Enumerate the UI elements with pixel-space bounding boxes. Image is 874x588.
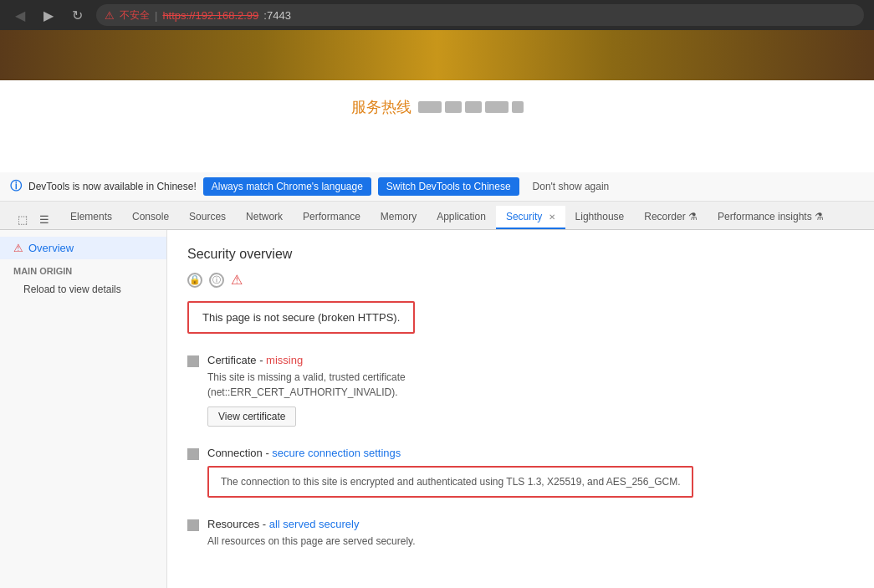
- tab-recorder[interactable]: Recorder ⚗: [634, 206, 708, 229]
- security-overview-title: Security overview: [187, 247, 854, 262]
- overview-warning-icon: ⚠: [13, 242, 23, 254]
- tab-console[interactable]: Console: [122, 206, 179, 229]
- resources-body: Resources - all served securely All reso…: [207, 518, 854, 555]
- insecure-icon: ⚠: [105, 9, 115, 22]
- connection-row: Connection - secure connection settings …: [187, 447, 854, 498]
- devtools-main: ⚠ Overview Main origin Reload to view de…: [0, 230, 874, 588]
- devtools-notify-bar: ⓘ DevTools is now available in Chinese! …: [0, 172, 874, 202]
- tab-memory[interactable]: Memory: [371, 206, 427, 229]
- tab-security[interactable]: Security ✕: [496, 206, 565, 229]
- devtools-sidebar: ⚠ Overview Main origin Reload to view de…: [0, 230, 167, 588]
- connection-link[interactable]: secure connection settings: [272, 447, 401, 459]
- device-toolbar-button[interactable]: ☰: [35, 210, 54, 229]
- match-language-button[interactable]: Always match Chrome's language: [203, 177, 371, 196]
- connection-body: Connection - secure connection settings …: [207, 447, 854, 498]
- error-box: This page is not secure (broken HTTPS).: [187, 301, 415, 334]
- sidebar-overview-label: Overview: [28, 242, 74, 254]
- element-picker-button[interactable]: ⬚: [13, 210, 32, 229]
- security-panel: Security overview 🔒 ⓘ ⚠ This page is not…: [167, 230, 874, 588]
- page-content: 服务热线: [0, 30, 874, 172]
- sidebar-item-overview[interactable]: ⚠ Overview: [0, 237, 166, 259]
- tab-security-close[interactable]: ✕: [549, 212, 555, 222]
- tab-performance[interactable]: Performance: [293, 206, 371, 229]
- tab-sources[interactable]: Sources: [179, 206, 236, 229]
- tab-lighthouse[interactable]: Lighthouse: [565, 206, 635, 229]
- info-icon: ⓘ: [209, 273, 224, 288]
- url-separator: |: [155, 9, 157, 22]
- certificate-status: missing: [266, 354, 303, 366]
- security-icons-row: 🔒 ⓘ ⚠: [187, 272, 854, 288]
- resources-section: Resources - all served securely All reso…: [187, 518, 854, 555]
- url-scheme-host: https://192.168.2.99: [162, 9, 258, 22]
- page-banner: [0, 30, 874, 80]
- resources-link[interactable]: all served securely: [269, 518, 360, 530]
- connection-label: Connection - secure connection settings: [207, 447, 854, 459]
- browser-topbar: ◀ ▶ ↻ ⚠ 不安全 | https://192.168.2.99 :7443: [0, 0, 874, 30]
- lock-icon: 🔒: [187, 273, 202, 288]
- certificate-body: Certificate - missing This site is missi…: [207, 354, 854, 427]
- devtools-tabs: ⬚ ☰ Elements Console Sources Network Per…: [0, 202, 874, 230]
- certificate-section: Certificate - missing This site is missi…: [187, 354, 854, 427]
- resources-label: Resources - all served securely: [207, 518, 854, 530]
- connection-section: Connection - secure connection settings …: [187, 447, 854, 498]
- warning-icon: ⚠: [231, 272, 243, 288]
- connection-desc-box: The connection to this site is encrypted…: [207, 466, 693, 498]
- dont-show-again-button[interactable]: Don't show again: [526, 177, 616, 196]
- blurred-phone: [418, 101, 524, 113]
- view-certificate-button[interactable]: View certificate: [207, 406, 296, 427]
- connection-desc: The connection to this site is encrypted…: [221, 476, 680, 488]
- resources-desc: All resources on this page are served se…: [207, 534, 854, 549]
- insecure-label: 不安全: [120, 8, 150, 23]
- tab-network[interactable]: Network: [236, 206, 293, 229]
- tab-elements[interactable]: Elements: [60, 206, 122, 229]
- back-button[interactable]: ◀: [10, 6, 30, 25]
- address-bar[interactable]: ⚠ 不安全 | https://192.168.2.99 :7443: [96, 4, 864, 26]
- tab-performance-insights[interactable]: Performance insights ⚗: [708, 206, 834, 229]
- service-text: 服务热线: [351, 97, 524, 117]
- notify-message: DevTools is now available in Chinese!: [28, 181, 197, 192]
- forward-button[interactable]: ▶: [38, 6, 59, 25]
- sidebar-reload-label[interactable]: Reload to view details: [0, 279, 166, 299]
- resources-row: Resources - all served securely All reso…: [187, 518, 854, 555]
- tab-application[interactable]: Application: [427, 206, 496, 229]
- url-port: :7443: [263, 9, 291, 22]
- tab-toolbar: ⬚ ☰: [7, 210, 60, 229]
- resources-icon: [187, 519, 199, 531]
- certificate-row: Certificate - missing This site is missi…: [187, 354, 854, 427]
- switch-devtools-button[interactable]: Switch DevTools to Chinese: [378, 177, 519, 196]
- certificate-label: Certificate - missing: [207, 354, 854, 366]
- notify-info-icon: ⓘ: [10, 179, 22, 194]
- certificate-desc: This site is missing a valid, trusted ce…: [207, 370, 854, 400]
- reload-button[interactable]: ↻: [67, 6, 88, 25]
- error-message: This page is not secure (broken HTTPS).: [202, 311, 400, 324]
- connection-icon: [187, 448, 199, 460]
- certificate-icon: [187, 355, 199, 367]
- sidebar-main-origin-label: Main origin: [0, 259, 166, 279]
